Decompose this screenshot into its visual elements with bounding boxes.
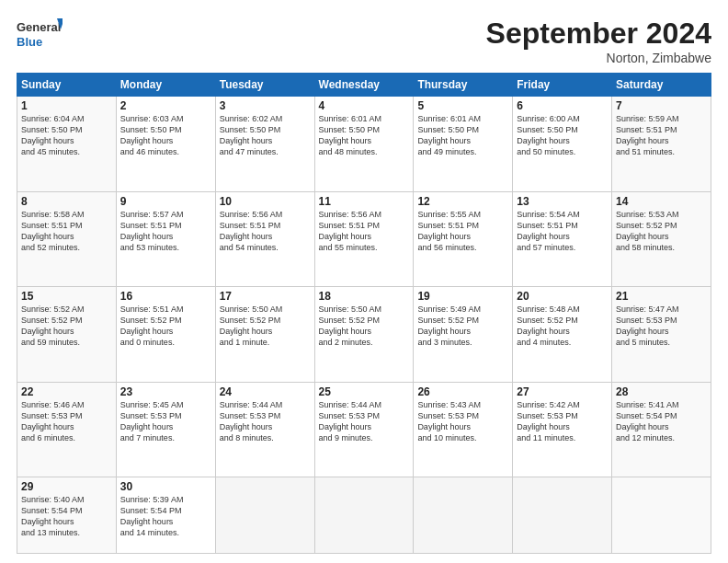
day-info: Sunrise: 5:58 AM Sunset: 5:51 PM Dayligh… (21, 209, 112, 254)
day-number: 26 (417, 385, 508, 398)
month-title: September 2024 (486, 17, 711, 51)
day-number: 28 (616, 385, 707, 398)
calendar-cell: 28 Sunrise: 5:41 AM Sunset: 5:54 PM Dayl… (612, 382, 711, 477)
day-number: 16 (120, 290, 211, 303)
calendar-cell: 19 Sunrise: 5:49 AM Sunset: 5:52 PM Dayl… (414, 287, 513, 383)
day-number: 29 (21, 480, 112, 493)
day-info: Sunrise: 5:46 AM Sunset: 5:53 PM Dayligh… (21, 399, 112, 444)
day-info: Sunrise: 5:51 AM Sunset: 5:52 PM Dayligh… (120, 304, 211, 349)
day-info: Sunrise: 5:55 AM Sunset: 5:51 PM Dayligh… (417, 209, 508, 254)
calendar-week-row: 1 Sunrise: 6:04 AM Sunset: 5:50 PM Dayli… (17, 97, 711, 192)
calendar-cell: 30 Sunrise: 5:39 AM Sunset: 5:54 PM Dayl… (116, 477, 215, 554)
header: General Blue September 2024 Norton, Zimb… (17, 17, 711, 65)
calendar-cell: 18 Sunrise: 5:50 AM Sunset: 5:52 PM Dayl… (314, 287, 414, 383)
calendar-cell: 14 Sunrise: 5:53 AM Sunset: 5:52 PM Dayl… (612, 191, 711, 287)
col-monday: Monday (116, 74, 215, 97)
calendar-cell: 23 Sunrise: 5:45 AM Sunset: 5:53 PM Dayl… (116, 382, 215, 477)
calendar-header-row: Sunday Monday Tuesday Wednesday Thursday… (17, 74, 711, 97)
calendar-table: Sunday Monday Tuesday Wednesday Thursday… (17, 73, 711, 554)
calendar-cell: 24 Sunrise: 5:44 AM Sunset: 5:53 PM Dayl… (215, 382, 314, 477)
logo-svg: General Blue (17, 17, 63, 55)
col-friday: Friday (513, 74, 612, 97)
day-number: 10 (220, 195, 311, 208)
day-number: 21 (616, 290, 707, 303)
day-info: Sunrise: 6:01 AM Sunset: 5:50 PM Dayligh… (417, 113, 508, 158)
day-info: Sunrise: 5:42 AM Sunset: 5:53 PM Dayligh… (517, 399, 608, 444)
svg-text:General: General (17, 20, 61, 34)
calendar-cell: 7 Sunrise: 5:59 AM Sunset: 5:51 PM Dayli… (612, 97, 711, 192)
col-saturday: Saturday (612, 74, 711, 97)
calendar-week-row: 22 Sunrise: 5:46 AM Sunset: 5:53 PM Dayl… (17, 382, 711, 477)
col-tuesday: Tuesday (215, 74, 314, 97)
day-number: 22 (21, 385, 112, 398)
location: Norton, Zimbabwe (486, 51, 711, 65)
calendar-cell: 20 Sunrise: 5:48 AM Sunset: 5:52 PM Dayl… (513, 287, 612, 383)
calendar-week-row: 8 Sunrise: 5:58 AM Sunset: 5:51 PM Dayli… (17, 191, 711, 287)
day-info: Sunrise: 5:50 AM Sunset: 5:52 PM Dayligh… (220, 304, 311, 349)
page: General Blue September 2024 Norton, Zimb… (0, 0, 728, 563)
col-wednesday: Wednesday (314, 74, 414, 97)
col-thursday: Thursday (414, 74, 513, 97)
day-number: 6 (517, 99, 608, 112)
calendar-cell (513, 477, 612, 554)
day-number: 2 (120, 99, 211, 112)
calendar-cell: 4 Sunrise: 6:01 AM Sunset: 5:50 PM Dayli… (314, 97, 414, 192)
calendar-week-row: 29 Sunrise: 5:40 AM Sunset: 5:54 PM Dayl… (17, 477, 711, 554)
calendar-cell: 5 Sunrise: 6:01 AM Sunset: 5:50 PM Dayli… (414, 97, 513, 192)
day-number: 7 (616, 99, 707, 112)
day-info: Sunrise: 5:57 AM Sunset: 5:51 PM Dayligh… (120, 209, 211, 254)
day-info: Sunrise: 5:53 AM Sunset: 5:52 PM Dayligh… (616, 209, 707, 254)
calendar-cell: 1 Sunrise: 6:04 AM Sunset: 5:50 PM Dayli… (17, 97, 117, 192)
day-info: Sunrise: 5:56 AM Sunset: 5:51 PM Dayligh… (220, 209, 311, 254)
calendar-cell: 17 Sunrise: 5:50 AM Sunset: 5:52 PM Dayl… (215, 287, 314, 383)
calendar-cell: 10 Sunrise: 5:56 AM Sunset: 5:51 PM Dayl… (215, 191, 314, 287)
calendar-cell: 21 Sunrise: 5:47 AM Sunset: 5:53 PM Dayl… (612, 287, 711, 383)
calendar-cell (215, 477, 314, 554)
calendar-cell: 22 Sunrise: 5:46 AM Sunset: 5:53 PM Dayl… (17, 382, 117, 477)
day-info: Sunrise: 5:48 AM Sunset: 5:52 PM Dayligh… (517, 304, 608, 349)
day-number: 5 (417, 99, 508, 112)
day-number: 23 (120, 385, 211, 398)
day-info: Sunrise: 5:44 AM Sunset: 5:53 PM Dayligh… (220, 399, 311, 444)
day-number: 27 (517, 385, 608, 398)
svg-text:Blue: Blue (17, 35, 42, 49)
day-number: 12 (417, 195, 508, 208)
day-number: 25 (319, 385, 410, 398)
day-number: 15 (21, 290, 112, 303)
calendar-cell (414, 477, 513, 554)
day-info: Sunrise: 5:39 AM Sunset: 5:54 PM Dayligh… (120, 494, 211, 539)
day-number: 17 (220, 290, 311, 303)
calendar-cell: 11 Sunrise: 5:56 AM Sunset: 5:51 PM Dayl… (314, 191, 414, 287)
day-number: 24 (220, 385, 311, 398)
calendar-cell: 26 Sunrise: 5:43 AM Sunset: 5:53 PM Dayl… (414, 382, 513, 477)
day-info: Sunrise: 5:44 AM Sunset: 5:53 PM Dayligh… (319, 399, 410, 444)
day-number: 11 (319, 195, 410, 208)
day-info: Sunrise: 5:54 AM Sunset: 5:51 PM Dayligh… (517, 209, 608, 254)
day-info: Sunrise: 5:40 AM Sunset: 5:54 PM Dayligh… (21, 494, 112, 539)
calendar-cell: 29 Sunrise: 5:40 AM Sunset: 5:54 PM Dayl… (17, 477, 117, 554)
day-info: Sunrise: 6:01 AM Sunset: 5:50 PM Dayligh… (319, 113, 410, 158)
logo: General Blue (17, 17, 63, 55)
day-number: 3 (220, 99, 311, 112)
day-number: 19 (417, 290, 508, 303)
calendar-cell: 12 Sunrise: 5:55 AM Sunset: 5:51 PM Dayl… (414, 191, 513, 287)
day-info: Sunrise: 5:47 AM Sunset: 5:53 PM Dayligh… (616, 304, 707, 349)
day-info: Sunrise: 6:03 AM Sunset: 5:50 PM Dayligh… (120, 113, 211, 158)
calendar-cell: 15 Sunrise: 5:52 AM Sunset: 5:52 PM Dayl… (17, 287, 117, 383)
day-info: Sunrise: 6:00 AM Sunset: 5:50 PM Dayligh… (517, 113, 608, 158)
day-number: 14 (616, 195, 707, 208)
day-info: Sunrise: 5:41 AM Sunset: 5:54 PM Dayligh… (616, 399, 707, 444)
day-number: 1 (21, 99, 112, 112)
day-number: 30 (120, 480, 211, 493)
calendar-cell: 27 Sunrise: 5:42 AM Sunset: 5:53 PM Dayl… (513, 382, 612, 477)
day-number: 13 (517, 195, 608, 208)
day-info: Sunrise: 5:43 AM Sunset: 5:53 PM Dayligh… (417, 399, 508, 444)
calendar-cell: 25 Sunrise: 5:44 AM Sunset: 5:53 PM Dayl… (314, 382, 414, 477)
calendar-cell: 6 Sunrise: 6:00 AM Sunset: 5:50 PM Dayli… (513, 97, 612, 192)
day-info: Sunrise: 5:52 AM Sunset: 5:52 PM Dayligh… (21, 304, 112, 349)
title-area: September 2024 Norton, Zimbabwe (486, 17, 711, 65)
day-number: 18 (319, 290, 410, 303)
calendar-cell: 16 Sunrise: 5:51 AM Sunset: 5:52 PM Dayl… (116, 287, 215, 383)
day-number: 20 (517, 290, 608, 303)
calendar-cell (314, 477, 414, 554)
